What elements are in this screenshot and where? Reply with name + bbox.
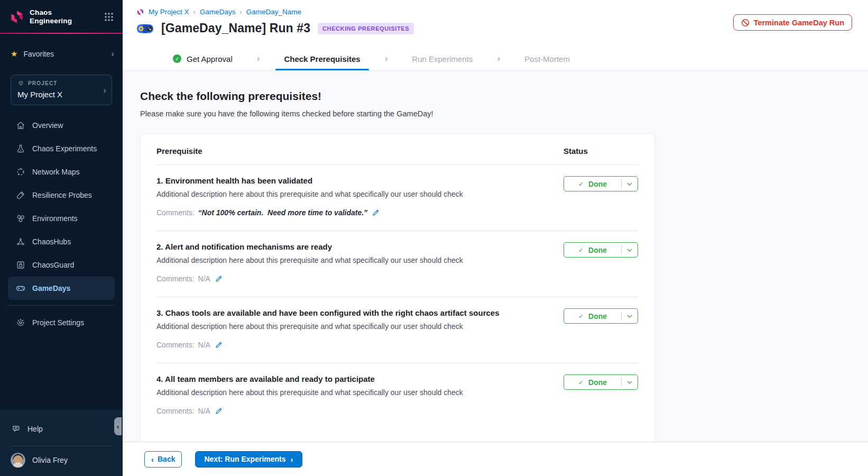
sidebar-item-environments[interactable]: Environments — [0, 207, 123, 230]
prerequisite-description: Additional description here about this p… — [156, 388, 564, 397]
chevron-down-icon[interactable] — [622, 249, 638, 252]
run-stepper: ✓ Get Approval › Check Prerequisites › R… — [123, 47, 868, 71]
brand-name: Chaos Engineering — [30, 8, 98, 25]
chevron-left-icon: ‹ — [117, 423, 119, 431]
chevron-down-icon[interactable] — [622, 381, 638, 384]
prerequisite-title: 1. Environment health has been validated — [156, 176, 564, 185]
chevron-down-icon[interactable] — [622, 182, 638, 186]
step-post-mortem[interactable]: Post-Mortem — [524, 47, 570, 70]
breadcrumb-logo-icon — [136, 8, 144, 16]
prerequisite-title: 2. Alert and notification mechanisms are… — [156, 242, 564, 251]
sidebar-item-project-settings[interactable]: Project Settings — [0, 311, 123, 334]
breadcrumb-link-project[interactable]: My Project X — [149, 8, 189, 16]
status-done-button[interactable]: ✓ Done — [564, 374, 638, 390]
chevron-right-icon: › — [111, 49, 114, 58]
sidebar-nav: Overview Chaos Experiments Network Maps … — [0, 114, 123, 300]
sidebar-divider — [8, 305, 115, 306]
project-label: PROJECT — [28, 80, 58, 86]
favorites-label: Favorites — [23, 50, 105, 58]
prerequisite-row: 1. Environment health has been validated… — [156, 165, 639, 231]
prerequisite-description: Additional description here about this p… — [156, 322, 564, 331]
back-button[interactable]: ‹ Back — [144, 451, 182, 468]
sidebar-spacer — [0, 334, 123, 410]
sidebar-item-chaosguard[interactable]: ChaosGuard — [0, 253, 123, 277]
comment-text: “Not 100% certain. Need more time to val… — [198, 208, 368, 217]
check-icon: ✓ — [578, 313, 584, 320]
edit-pencil-icon[interactable] — [215, 275, 223, 282]
check-icon: ✓ — [578, 180, 584, 188]
user-name: Olivia Frey — [32, 456, 68, 464]
comments-label: Comments: — [156, 208, 195, 217]
table-header: Prerequisite Status — [156, 147, 639, 155]
sidebar: Chaos Engineering ★ Favorites › PROJECT … — [0, 0, 123, 476]
chevron-right-icon: › — [291, 455, 293, 463]
comment-text: N/A — [198, 407, 210, 415]
check-icon: ✓ — [578, 379, 584, 386]
next-run-experiments-button[interactable]: Next: Run Experiments › — [195, 451, 302, 468]
help-item[interactable]: Help — [0, 422, 123, 436]
content-area: My Project X › GameDays › GameDay_Name [… — [123, 0, 868, 476]
edit-pencil-icon[interactable] — [372, 209, 380, 216]
star-icon: ★ — [11, 49, 17, 59]
project-selector[interactable]: PROJECT My Project X › — [11, 75, 112, 105]
prerequisite-row: 2. Alert and notification mechanisms are… — [156, 231, 639, 297]
prerequisite-row: 4. All team members are available and re… — [156, 363, 639, 429]
page-header: My Project X › GameDays › GameDay_Name [… — [123, 0, 868, 47]
help-chat-icon — [12, 424, 21, 434]
status-done-button[interactable]: ✓ Done — [564, 242, 638, 258]
chevron-down-icon[interactable] — [622, 315, 638, 318]
step-run-experiments[interactable]: Run Experiments — [412, 47, 473, 70]
gamepad-icon — [16, 283, 25, 293]
prerequisites-card: Prerequisite Status 1. Environment healt… — [140, 133, 655, 442]
chaos-logo-icon — [10, 10, 24, 24]
sidebar-item-chaoshubs[interactable]: ChaosHubs — [0, 230, 123, 253]
comments-label: Comments: — [156, 407, 195, 415]
status-done-button[interactable]: ✓ Done — [564, 176, 638, 191]
prohibit-icon — [741, 19, 750, 27]
home-icon — [16, 121, 25, 130]
cube-icon — [17, 80, 24, 87]
favorites-item[interactable]: ★ Favorites › — [0, 47, 123, 61]
prerequisite-description: Additional description here about this p… — [156, 190, 564, 198]
sidebar-item-chaos-experiments[interactable]: Chaos Experiments — [0, 137, 123, 160]
help-label: Help — [27, 425, 43, 433]
gear-icon — [16, 318, 25, 327]
comment-text: N/A — [198, 274, 210, 283]
sidebar-item-gamedays[interactable]: GameDays — [8, 277, 115, 300]
terminate-gameday-button[interactable]: Terminate GameDay Run — [733, 14, 852, 31]
status-done-button[interactable]: ✓ Done — [564, 308, 638, 324]
avatar — [11, 453, 25, 468]
sidebar-item-resilience-probes[interactable]: Resilience Probes — [0, 184, 123, 207]
network-map-icon — [16, 167, 25, 177]
hub-icon — [16, 237, 25, 246]
prerequisite-title: 4. All team members are available and re… — [156, 374, 564, 383]
page-title: [GameDay_Name] Run #3 — [161, 21, 310, 35]
lock-icon — [16, 260, 25, 270]
sidebar-collapse-handle[interactable]: ‹ — [114, 417, 122, 435]
wizard-footer: ‹ Back Next: Run Experiments › — [123, 442, 868, 476]
comment-text: N/A — [198, 341, 210, 349]
prerequisites-panel: Check the following prerequisites! Pleas… — [123, 71, 868, 442]
edit-pencil-icon[interactable] — [215, 407, 223, 415]
column-header-status: Status — [564, 147, 588, 155]
chevron-right-icon: › — [257, 53, 260, 64]
column-header-prerequisite: Prerequisite — [156, 147, 564, 155]
breadcrumb-link-gamedays[interactable]: GameDays — [200, 8, 236, 16]
sidebar-header: Chaos Engineering — [0, 0, 123, 25]
flask-icon — [16, 144, 25, 153]
app-grid-icon[interactable] — [104, 12, 114, 22]
sidebar-bottom-panel: Help Olivia Frey — [0, 410, 123, 476]
sidebar-item-overview[interactable]: Overview — [0, 114, 123, 137]
prerequisite-title: 3. Chaos tools are available and have be… — [156, 308, 564, 317]
chevron-right-icon: › — [497, 53, 500, 64]
brand-divider — [0, 33, 123, 34]
step-check-prerequisites[interactable]: Check Prerequisites — [284, 47, 360, 70]
sidebar-item-network-maps[interactable]: Network Maps — [0, 160, 123, 184]
breadcrumb-link-gameday-name[interactable]: GameDay_Name — [246, 8, 301, 16]
prerequisite-description: Additional description here about this p… — [156, 256, 564, 264]
check-circle-icon: ✓ — [173, 54, 181, 63]
edit-pencil-icon[interactable] — [215, 341, 223, 349]
breadcrumb-separator: › — [193, 8, 196, 16]
step-get-approval[interactable]: ✓ Get Approval — [173, 47, 233, 70]
user-menu[interactable]: Olivia Frey — [0, 446, 123, 476]
